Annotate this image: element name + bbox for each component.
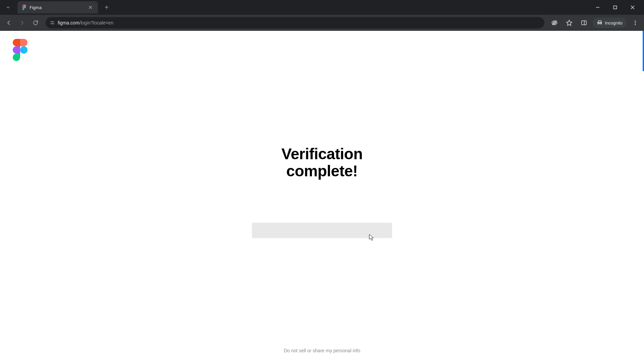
site-settings-icon[interactable] xyxy=(50,20,55,25)
eye-off-icon[interactable] xyxy=(548,17,560,29)
url-text: figma.com/login?locale=en xyxy=(58,20,113,25)
privacy-link[interactable]: Do not sell or share my personal info xyxy=(284,348,360,353)
address-bar[interactable]: figma.com/login?locale=en xyxy=(46,17,544,28)
figma-logo-icon[interactable] xyxy=(13,39,28,61)
browser-tab[interactable]: Figma ✕ xyxy=(17,1,98,13)
svg-point-16 xyxy=(635,24,636,25)
figma-favicon-icon xyxy=(21,5,27,10)
main-content: Verificationcomplete! xyxy=(252,145,392,238)
back-button[interactable] xyxy=(3,17,15,29)
incognito-icon xyxy=(597,20,603,26)
close-window-button[interactable] xyxy=(625,2,640,13)
svg-rect-12 xyxy=(582,21,586,25)
maximize-button[interactable] xyxy=(608,2,623,13)
new-tab-button[interactable]: + xyxy=(102,2,111,13)
side-panel-icon[interactable] xyxy=(578,17,590,29)
svg-rect-1 xyxy=(614,6,617,9)
bookmark-star-icon[interactable] xyxy=(563,17,575,29)
browser-tab-bar: Figma ✕ + xyxy=(0,0,644,15)
svg-line-11 xyxy=(552,20,557,25)
incognito-label: Incognito xyxy=(605,20,623,25)
minimize-button[interactable] xyxy=(590,2,605,13)
svg-point-9 xyxy=(52,23,53,24)
svg-point-8 xyxy=(52,21,53,22)
browser-toolbar: figma.com/login?locale=en Incognito xyxy=(0,15,644,31)
menu-icon[interactable] xyxy=(629,17,641,29)
tabs-dropdown-icon[interactable] xyxy=(1,1,15,14)
page-content: Verificationcomplete! Do not sell or sha… xyxy=(0,31,644,362)
svg-point-14 xyxy=(635,21,636,22)
tab-title: Figma xyxy=(30,5,87,10)
loading-placeholder xyxy=(252,223,392,238)
reload-button[interactable] xyxy=(30,17,42,29)
svg-point-15 xyxy=(635,22,636,23)
incognito-badge[interactable]: Incognito xyxy=(593,18,627,28)
forward-button[interactable] xyxy=(16,17,28,29)
close-tab-icon[interactable]: ✕ xyxy=(87,4,94,11)
page-title: Verificationcomplete! xyxy=(281,145,363,179)
window-controls xyxy=(590,2,644,13)
scroll-indicator xyxy=(643,31,644,71)
